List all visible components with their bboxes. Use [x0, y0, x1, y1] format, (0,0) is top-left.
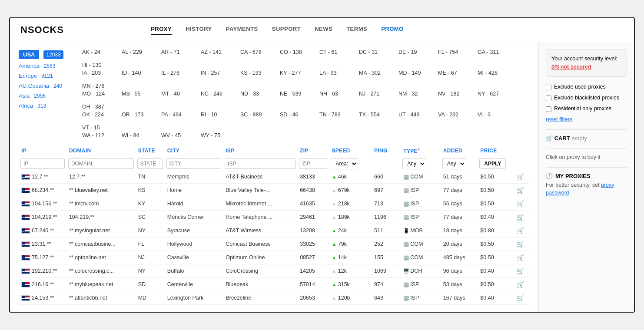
state-item[interactable]: AR - 71: [161, 49, 194, 55]
cell-cart[interactable]: 🛒: [514, 170, 530, 184]
filter-added[interactable]: Any: [442, 158, 466, 169]
filter-state[interactable]: [137, 158, 163, 169]
table-row[interactable]: 216.16.** **.mybluepeak.net SD Centervil…: [19, 278, 530, 291]
cell-cart[interactable]: 🛒: [514, 251, 530, 264]
state-item[interactable]: AL - 229: [122, 49, 154, 55]
state-item[interactable]: AZ - 141: [201, 49, 233, 55]
filter-ip[interactable]: [20, 158, 65, 169]
state-item[interactable]: NV - 182: [438, 91, 471, 97]
cell-cart[interactable]: 🛒: [514, 278, 530, 291]
cell-cart[interactable]: 🛒: [514, 184, 530, 197]
add-to-cart-icon[interactable]: 🛒: [517, 187, 524, 194]
table-row[interactable]: 23.31.** **.comcastbusine... FL Hollywoo…: [19, 238, 530, 251]
filter-isp[interactable]: [225, 158, 295, 169]
add-to-cart-icon[interactable]: 🛒: [517, 281, 524, 288]
filter-area[interactable]: Area:: [331, 158, 358, 169]
residential-only-checkbox[interactable]: [546, 106, 551, 112]
add-to-cart-icon[interactable]: 🛒: [517, 200, 524, 207]
add-to-cart-icon[interactable]: 🛒: [517, 227, 524, 234]
apply-button[interactable]: APPLY: [479, 158, 506, 169]
reset-filters-link[interactable]: reset filters: [546, 116, 627, 122]
add-to-cart-icon[interactable]: 🛒: [517, 173, 524, 180]
state-item[interactable]: AK - 24: [82, 49, 115, 55]
state-item[interactable]: NC - 246: [201, 91, 233, 97]
state-item[interactable]: CA - 678: [240, 49, 273, 55]
state-item[interactable]: VA - 232: [438, 112, 471, 118]
state-item[interactable]: DC - 31: [359, 49, 392, 55]
region-africa[interactable]: Africa 313: [19, 102, 75, 110]
filter-type[interactable]: Any: [402, 158, 426, 169]
table-row[interactable]: 67.240.** **.mycingular.net NY Syracuse …: [19, 224, 530, 238]
state-item[interactable]: VT - 15: [82, 125, 115, 131]
nav-support[interactable]: SUPPORT: [272, 26, 301, 35]
state-item[interactable]: DE - 19: [398, 49, 431, 55]
table-row[interactable]: 104.156.** **.imctv.com KY Harold Mikrot…: [19, 197, 530, 211]
state-item[interactable]: LA - 93: [319, 70, 352, 76]
security-link[interactable]: 0/3 not secured: [551, 64, 591, 70]
cell-cart[interactable]: 🛒: [514, 197, 530, 211]
cell-cart[interactable]: 🛒: [514, 238, 530, 251]
state-item[interactable]: FL - 754: [438, 49, 471, 55]
state-item[interactable]: WY - 75: [201, 132, 233, 139]
state-item[interactable]: VI - 3: [478, 112, 510, 118]
nav-payments[interactable]: PAYMENTS: [226, 26, 258, 35]
table-row[interactable]: 104.219.** 104.219.** SC Moncks Corner H…: [19, 211, 530, 224]
state-item[interactable]: OR - 173: [122, 112, 154, 118]
add-to-cart-icon[interactable]: 🛒: [517, 294, 524, 301]
table-row[interactable]: 12.7.** 12.7.** TN Memphis AT&T Business…: [19, 170, 530, 184]
state-item[interactable]: CT - 61: [319, 49, 352, 55]
state-item[interactable]: WA - 112: [82, 132, 115, 139]
table-row[interactable]: 68.234.** **.bluevalley.net KS Home Blue…: [19, 184, 530, 197]
state-item[interactable]: KY - 277: [280, 70, 312, 76]
state-item[interactable]: WV - 45: [161, 132, 194, 139]
add-to-cart-icon[interactable]: 🛒: [517, 254, 524, 261]
state-item[interactable]: MN - 276: [82, 83, 115, 89]
region-america[interactable]: America 2663: [19, 62, 75, 70]
state-item[interactable]: ND - 33: [240, 91, 273, 97]
state-item[interactable]: PA - 494: [161, 112, 194, 118]
state-item[interactable]: NM - 32: [398, 91, 431, 97]
nav-history[interactable]: HISTORY: [186, 26, 212, 35]
state-item[interactable]: IN - 257: [201, 70, 233, 76]
state-item[interactable]: OK - 224: [82, 112, 115, 118]
region-usa[interactable]: USA 12033: [19, 49, 75, 60]
state-item[interactable]: GA - 311: [478, 49, 510, 55]
region-oceania[interactable]: AU,Oceania 240: [19, 82, 75, 90]
state-item[interactable]: IA - 203: [82, 70, 115, 76]
state-item[interactable]: WI - 84: [122, 132, 154, 139]
filter-zip[interactable]: [299, 158, 327, 169]
state-item[interactable]: ME - 67: [438, 70, 471, 76]
nav-terms[interactable]: TERMS: [346, 26, 367, 35]
cell-cart[interactable]: 🛒: [514, 211, 530, 224]
state-item[interactable]: MS - 55: [122, 91, 154, 97]
filter-city[interactable]: [166, 158, 221, 169]
state-item[interactable]: NY - 627: [478, 91, 510, 97]
state-item[interactable]: MT - 40: [161, 91, 194, 97]
state-item[interactable]: MA - 302: [359, 70, 392, 76]
state-item[interactable]: RI - 10: [201, 112, 233, 118]
state-item[interactable]: MO - 124: [82, 91, 115, 97]
state-item[interactable]: OH - 387: [82, 104, 115, 110]
table-row[interactable]: 192.210.** **.colocrossing.c... NY Buffa…: [19, 264, 530, 278]
region-asia[interactable]: Asia 2996: [19, 92, 75, 100]
state-item[interactable]: NH - 63: [319, 91, 352, 97]
state-item[interactable]: IL - 276: [161, 70, 194, 76]
state-item[interactable]: TX - 554: [359, 112, 392, 118]
state-item[interactable]: TN - 783: [319, 112, 352, 118]
state-item[interactable]: HI - 130: [82, 62, 115, 68]
state-item[interactable]: MI - 426: [478, 70, 510, 76]
state-item[interactable]: SC - 889: [240, 112, 273, 118]
exclude-blacklisted-checkbox[interactable]: [546, 96, 551, 101]
exclude-used-checkbox[interactable]: [546, 85, 551, 90]
state-item[interactable]: ID - 140: [122, 70, 154, 76]
nav-promo[interactable]: PROMO: [381, 26, 404, 35]
state-item[interactable]: MD - 149: [398, 70, 431, 76]
cell-cart[interactable]: 🛒: [514, 291, 530, 305]
add-to-cart-icon[interactable]: 🛒: [517, 241, 524, 248]
add-to-cart-icon[interactable]: 🛒: [517, 267, 524, 274]
state-item[interactable]: KS - 193: [240, 70, 273, 76]
region-europe[interactable]: Europe 9121: [19, 72, 75, 80]
state-item[interactable]: CO - 138: [280, 49, 312, 55]
state-item[interactable]: UT - 449: [398, 112, 431, 118]
table-row[interactable]: 24.153.** **.atlanticbb.net MD Lexington…: [19, 291, 530, 305]
